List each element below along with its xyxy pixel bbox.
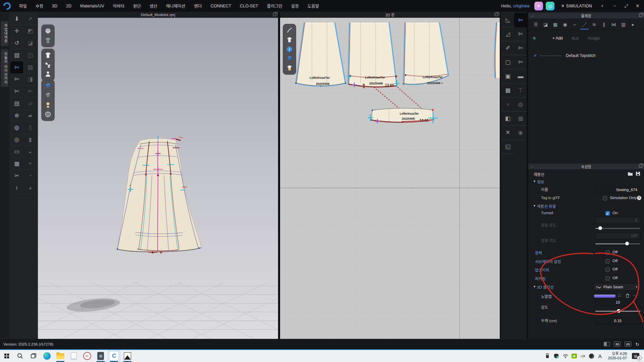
clo-logo-icon[interactable] <box>3 2 11 10</box>
md-connect-icon[interactable]: ◎ <box>546 2 554 10</box>
fold-angle-slider[interactable] <box>595 242 640 246</box>
menu-settings[interactable]: 설정 <box>287 3 303 9</box>
open-preset-icon[interactable] <box>628 171 633 176</box>
select-garment-tool[interactable]: ▧ <box>10 49 23 61</box>
free-sewing-tool[interactable]: ✄ <box>10 85 23 98</box>
save-preset-icon[interactable] <box>636 171 640 176</box>
menu-clo-set[interactable]: CLO-SET <box>235 4 262 8</box>
ime-language-indicator[interactable]: A <box>597 353 603 359</box>
edit-pattern-tool[interactable]: ◿ <box>501 27 514 41</box>
menu-avatar[interactable]: 아바타 <box>109 3 129 9</box>
delete-normal-map-icon[interactable] <box>626 294 630 298</box>
cube-view-icon[interactable] <box>43 26 53 36</box>
dock-tab-history-window[interactable]: 작업내역창 <box>1 21 8 46</box>
volume-muted-icon[interactable]: ◁✕ <box>580 354 586 358</box>
start-button[interactable] <box>0 350 13 362</box>
tab-buttonhole[interactable]: ⌐ <box>570 19 580 29</box>
fold-angle-input[interactable]: 180 <box>595 232 640 239</box>
ruler-tool[interactable]: ▮ <box>24 134 37 146</box>
show-garment-icon[interactable] <box>43 51 53 60</box>
toggle-checkbox[interactable] <box>605 276 610 281</box>
simulation-dropdown-caret[interactable]: ▼ <box>601 4 604 8</box>
app-tray-icon[interactable] <box>589 354 594 359</box>
avatar-pose-tool[interactable]: ⇗ <box>24 13 37 25</box>
clo-app-icon[interactable]: C <box>107 350 121 362</box>
fabric-front-icon[interactable] <box>43 81 53 91</box>
show-avatar-icon[interactable] <box>43 69 53 79</box>
detail-sewing-tool-2d[interactable]: ✄ <box>514 55 527 69</box>
float-window-icon[interactable] <box>639 165 642 168</box>
show-garment-2d-icon[interactable] <box>285 35 294 45</box>
wifi-icon[interactable] <box>562 354 569 358</box>
topstitch-list-item[interactable]: ✔ Default Topstitch <box>528 51 644 60</box>
pen-polygon-tool[interactable]: ✐ <box>501 41 514 55</box>
thickness-input[interactable]: 0.15 <box>595 317 640 324</box>
fold-strength-slider[interactable] <box>595 226 640 230</box>
lacing-tool[interactable]: ▩ <box>501 83 514 98</box>
sync-icon[interactable]: ↻ <box>635 342 639 347</box>
tab-topstitch[interactable]: ⋰ <box>580 19 589 29</box>
menu-connect[interactable]: CONNECT <box>206 4 236 8</box>
free-sewing-tool-2d[interactable]: ✄ <box>514 41 527 55</box>
menu-2d[interactable]: 2D <box>62 4 76 8</box>
assign-button[interactable]: Assign <box>588 36 600 41</box>
window-close-button[interactable]: ✕ <box>633 3 643 8</box>
pin-garment-icon[interactable] <box>43 60 53 69</box>
info-section-header[interactable]: ▼ 정보 <box>528 179 644 186</box>
panel-tool[interactable]: ▭ <box>10 146 23 158</box>
cut-tool[interactable]: ✂ <box>10 170 23 182</box>
segment-sewing-tool[interactable]: ✄ <box>10 73 23 85</box>
normal-map-swatch[interactable] <box>594 295 615 298</box>
name-input[interactable]: Sewing_674 <box>595 186 640 193</box>
viewport-2d-canvas[interactable]: LollerKoasTer 20220406 <box>280 18 500 339</box>
trace-pattern-tool[interactable]: ◱ <box>501 140 514 154</box>
fabric-view-2d-icon[interactable] <box>285 54 294 63</box>
float-window-icon[interactable] <box>273 13 276 16</box>
toggle-2d-button[interactable]: 2D <box>625 342 631 347</box>
security-shield-icon[interactable] <box>553 353 559 359</box>
grid-texture-tool[interactable]: ▦ <box>10 158 23 170</box>
file-explorer-icon[interactable] <box>54 350 67 362</box>
menu-plugin[interactable]: 플러그인 <box>263 3 287 9</box>
sewing-tool-2d[interactable]: ✄ <box>514 13 527 27</box>
clock[interactable]: 오후 4:28 2026-01-07 <box>608 352 627 360</box>
tab-fabric[interactable]: ◪ <box>541 19 550 29</box>
seamline-section-header[interactable]: ▼ 3D 솔기선 Plain Seam ▼ <box>528 284 644 291</box>
seam-type-dropdown[interactable]: Plain Seam ▼ <box>593 283 640 291</box>
bind-tool[interactable]: ◒ <box>24 146 37 158</box>
pattern-grid-tool[interactable]: ▦ <box>514 112 527 126</box>
menu-3d[interactable]: 3D <box>48 4 62 8</box>
sewing-edit-tool[interactable]: ✄ <box>24 85 37 98</box>
style-transfer-tool[interactable]: ▨ <box>24 61 37 73</box>
transform-pattern-tool[interactable]: ◺ <box>501 13 514 27</box>
split-view-icon[interactable] <box>604 342 610 346</box>
menu-render[interactable]: 렌더 <box>190 3 206 9</box>
collapse-panel-icon[interactable]: → <box>530 14 534 17</box>
arrangement-point-tool[interactable]: ◫ <box>24 49 37 61</box>
float-window-icon[interactable] <box>639 14 642 17</box>
copy-pattern-tool[interactable]: ▣ <box>501 69 514 83</box>
toggle-3d-button[interactable]: 3D <box>614 342 621 347</box>
more-options-icon[interactable]: ⋯ <box>633 293 637 298</box>
move-gizmo-tool[interactable]: ✛ <box>10 25 23 37</box>
dock-tab-modular-library[interactable]: 모듈러 라이브러리 <box>1 49 8 87</box>
seam-allowance-tool[interactable]: ▫ <box>501 98 514 112</box>
normal-map-grid-icon[interactable]: ∷ <box>618 293 621 298</box>
strength-input[interactable]: 10 <box>595 299 640 306</box>
pattern-outline-tool[interactable]: ▱ <box>24 98 37 110</box>
menu-edit[interactable]: 수정 <box>31 3 48 9</box>
iron-tool[interactable]: ▬ <box>514 69 527 83</box>
press-tool[interactable]: ◓ <box>24 158 37 170</box>
lock-garment-icon[interactable] <box>285 63 294 73</box>
sewing-machine-tool[interactable]: ✄ <box>10 61 23 73</box>
float-window-icon[interactable] <box>495 13 498 16</box>
tab-padding[interactable]: ▥ <box>619 19 628 29</box>
viewport-3d-canvas[interactable] <box>38 18 278 339</box>
help-icon[interactable]: ? <box>637 196 641 200</box>
copy-button[interactable]: 복사 <box>572 36 579 41</box>
garment-texture-icon[interactable] <box>43 36 53 45</box>
toggle-checkbox[interactable] <box>605 259 610 263</box>
flatten-garment-tool[interactable]: ◪ <box>24 37 37 49</box>
usb-device-icon[interactable] <box>544 353 550 359</box>
fabric-circle-tool[interactable]: ◍ <box>10 122 23 134</box>
